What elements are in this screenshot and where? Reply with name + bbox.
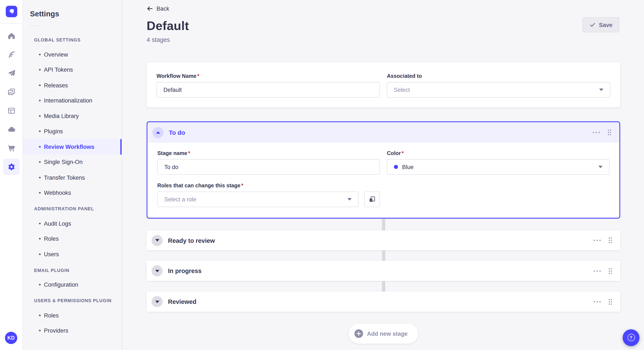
cloud-icon[interactable] — [0, 121, 23, 138]
stage-title: Ready to review — [168, 237, 215, 244]
stage-color-label: Color* — [387, 150, 610, 156]
sidebar-item-plugins[interactable]: Plugins — [23, 124, 122, 139]
sidebar-item-releases[interactable]: Releases — [23, 77, 122, 93]
workflow-name-label: Workflow Name* — [156, 73, 380, 79]
global-settings-list: Overview API Tokens Releases Internation… — [23, 47, 122, 200]
stage-options-menu-icon[interactable] — [594, 239, 601, 241]
stage-header-to-do[interactable]: To do — [147, 122, 619, 143]
drag-handle-icon[interactable] — [607, 129, 612, 136]
expand-stage-button[interactable] — [152, 296, 163, 307]
stage-roles-select[interactable]: Select a role — [158, 191, 359, 207]
stage-card-to-do: To do Stage name* — [146, 121, 620, 219]
sidebar-item-providers[interactable]: Providers — [23, 323, 122, 338]
bullet-icon — [39, 146, 41, 148]
stage-connector — [146, 281, 620, 292]
sidebar-item-internationalization[interactable]: Internationalization — [23, 93, 122, 108]
chevron-down-icon — [599, 89, 603, 91]
stage-header-reviewed[interactable]: Reviewed — [146, 292, 620, 312]
strapi-admin-app: KD Settings GLOBAL SETTINGS Overview API… — [0, 0, 644, 350]
workflow-name-input[interactable] — [156, 82, 380, 98]
send-icon[interactable] — [0, 65, 23, 81]
sidebar-item-single-sign-on[interactable]: Single Sign-On — [23, 154, 122, 170]
stage-options-menu-icon[interactable] — [593, 132, 600, 133]
sidebar-item-users[interactable]: Users — [23, 246, 122, 262]
caret-down-icon — [155, 270, 159, 272]
sidebar-item-admin-roles[interactable]: Roles — [23, 231, 122, 246]
settings-subnav: Settings GLOBAL SETTINGS Overview API To… — [23, 0, 122, 350]
drag-handle-icon[interactable] — [608, 237, 613, 244]
sidebar-item-up-roles[interactable]: Roles — [23, 308, 122, 323]
media-images-icon[interactable] — [0, 84, 23, 100]
back-link[interactable]: Back — [146, 5, 169, 12]
stage-connector — [146, 219, 620, 230]
stage-title: Reviewed — [168, 298, 196, 305]
save-button[interactable]: Save — [582, 17, 619, 32]
help-button[interactable]: ? — [623, 329, 640, 346]
stage-name-field: Stage name* — [158, 150, 380, 175]
stage-options-menu-icon[interactable] — [594, 301, 601, 303]
layout-icon[interactable] — [0, 103, 23, 119]
stage-connector — [146, 250, 620, 261]
section-users-permissions-plugin: USERS & PERMISSIONS PLUGIN — [23, 298, 122, 303]
bullet-icon — [39, 330, 41, 332]
bullet-icon — [39, 161, 41, 163]
stage-roles-field: Roles that can change this stage* Select… — [158, 182, 380, 207]
drag-handle-icon[interactable] — [608, 268, 613, 274]
sidebar-item-transfer-tokens[interactable]: Transfer Tokens — [23, 170, 122, 185]
stage-roles-label: Roles that can change this stage* — [158, 182, 380, 189]
expand-stage-button[interactable] — [152, 265, 163, 276]
associated-to-label: Associated to — [387, 73, 610, 79]
bullet-icon — [39, 54, 41, 55]
sidebar-item-media-library[interactable]: Media Library — [23, 108, 122, 124]
workflow-meta-card: Workflow Name* Associated to Select — [146, 62, 620, 107]
feather-icon[interactable] — [0, 46, 23, 63]
caret-down-icon — [155, 301, 159, 303]
required-marker: * — [197, 73, 199, 79]
bullet-icon — [39, 253, 41, 255]
bullet-icon — [39, 315, 41, 316]
stage-form: Stage name* Color* Blue — [147, 143, 619, 218]
required-marker: * — [188, 150, 190, 156]
home-icon[interactable] — [0, 28, 23, 44]
stage-name-input[interactable] — [158, 159, 380, 175]
sidebar-item-api-tokens[interactable]: API Tokens — [23, 62, 122, 77]
sidebar-item-configuration[interactable]: Configuration — [23, 277, 122, 292]
collapse-stage-button[interactable] — [152, 127, 163, 138]
users-permissions-list: Roles Providers — [23, 308, 122, 338]
chevron-down-icon — [598, 166, 602, 168]
stage-card-ready-to-review: Ready to review — [146, 230, 620, 250]
duplicate-icon — [369, 196, 376, 203]
expand-stage-button[interactable] — [152, 235, 163, 246]
stage-count: 4 stages — [146, 36, 619, 43]
cart-icon[interactable] — [0, 140, 23, 156]
sidebar-item-audit-logs[interactable]: Audit Logs — [23, 216, 122, 231]
gear-icon[interactable] — [3, 159, 20, 175]
section-email-plugin: EMAIL PLUGIN — [23, 268, 122, 272]
duplicate-stage-button[interactable] — [364, 191, 380, 207]
stage-options-menu-icon[interactable] — [594, 270, 601, 272]
user-avatar[interactable]: KD — [5, 332, 17, 344]
question-mark-icon: ? — [628, 334, 635, 341]
stage-color-select[interactable]: Blue — [387, 159, 610, 175]
associated-to-field: Associated to Select — [387, 73, 610, 98]
section-administration-panel: ADMINISTRATION PANEL — [23, 206, 122, 211]
subnav-title: Settings — [23, 10, 122, 18]
caret-down-icon — [155, 239, 159, 242]
sidebar-item-overview[interactable]: Overview — [23, 47, 122, 62]
caret-up-icon — [156, 131, 160, 134]
add-new-stage-button[interactable]: Add new stage — [348, 324, 418, 344]
drag-handle-icon[interactable] — [608, 298, 613, 305]
sidebar-item-webhooks[interactable]: Webhooks — [23, 185, 122, 200]
bullet-icon — [39, 115, 41, 117]
sidebar-item-review-workflows[interactable]: Review Workflows — [23, 139, 122, 154]
associated-to-select[interactable]: Select — [387, 82, 610, 98]
stage-header-ready-to-review[interactable]: Ready to review — [146, 230, 620, 250]
strapi-logo[interactable] — [6, 6, 17, 17]
bullet-icon — [39, 223, 41, 224]
bullet-icon — [39, 284, 41, 286]
bullet-icon — [39, 131, 41, 132]
subnav-title-divider — [30, 26, 39, 26]
bullet-icon — [39, 192, 41, 194]
stage-title: To do — [169, 129, 185, 136]
stage-header-in-progress[interactable]: In progress — [146, 261, 620, 281]
